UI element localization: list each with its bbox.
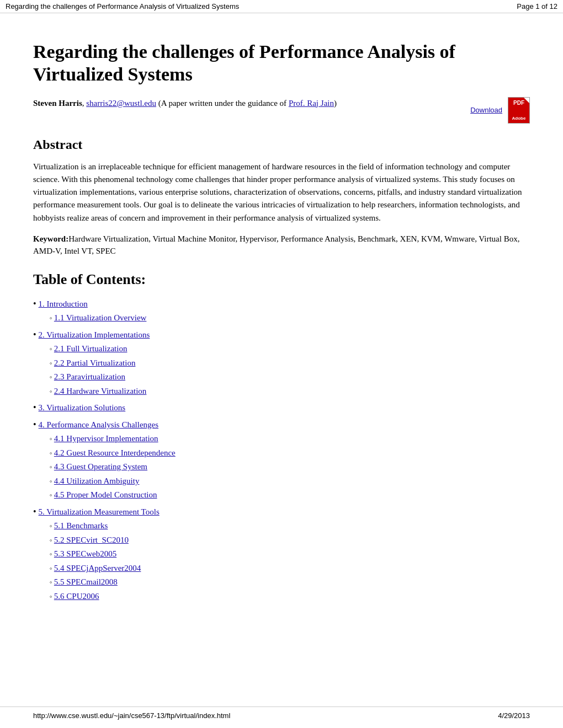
toc-sublink-5-5[interactable]: 5.5 SPECmail2008 <box>54 577 118 586</box>
toc-sublink-2-2[interactable]: 2.2 Partial Virtualization <box>54 358 136 367</box>
keywords: Keyword:Hardware Virtualization, Virtual… <box>33 233 530 258</box>
page-content: Regarding the challenges of Performance … <box>0 13 563 638</box>
browser-bar: Regarding the challenges of Performance … <box>0 0 563 13</box>
toc-link-5[interactable]: 5. Virtualization Measurement Tools <box>39 507 160 516</box>
toc-subitem-2-1: 2.1 Full Virtualization <box>50 342 530 356</box>
pdf-download: Download PDF Adobe <box>470 97 530 124</box>
toc-sublist-5: 5.1 Benchmarks5.2 SPECvirt_SC20105.3 SPE… <box>33 519 530 603</box>
toc-subitem-5-6: 5.6 CPU2006 <box>50 590 530 604</box>
footer-url: http://www.cse.wustl.edu/~jain/cse567-13… <box>33 711 230 720</box>
toc-subitem-2-4: 2.4 Hardware Virtualization <box>50 384 530 399</box>
main-title: Regarding the challenges of Performance … <box>33 41 530 86</box>
toc-sublist-1: 1.1 Virtualization Overview <box>33 311 530 325</box>
toc-subitem-1-1: 1.1 Virtualization Overview <box>50 311 530 325</box>
keywords-text: Hardware Virtualization, Virtual Machine… <box>33 234 519 256</box>
keywords-label: Keyword: <box>33 234 68 243</box>
toc-subitem-2-2: 2.2 Partial Virtualization <box>50 356 530 371</box>
footer-date: 4/29/2013 <box>498 711 530 720</box>
abstract-body: Virtualization is an irreplaceable techn… <box>33 160 530 224</box>
toc-sublink-5-4[interactable]: 5.4 SPECjAppServer2004 <box>54 564 141 572</box>
toc-subitem-4-3: 4.3 Guest Operating System <box>50 460 530 474</box>
author-text: Steven Harris, sharris22@wustl.edu (A pa… <box>33 97 337 110</box>
advisor-note: ) <box>334 99 337 108</box>
footer-bar: http://www.cse.wustl.edu/~jain/cse567-13… <box>0 706 563 720</box>
adobe-label: Adobe <box>512 116 526 121</box>
author-section: Steven Harris, sharris22@wustl.edu (A pa… <box>33 97 530 124</box>
toc-subitem-5-1: 5.1 Benchmarks <box>50 519 530 533</box>
toc-sublink-5-2[interactable]: 5.2 SPECvirt_SC2010 <box>54 536 129 544</box>
toc-subitem-5-2: 5.2 SPECvirt_SC2010 <box>50 533 530 548</box>
author-note: (A paper written under the guidance of <box>158 99 289 108</box>
toc-sublink-5-1[interactable]: 5.1 Benchmarks <box>54 521 108 530</box>
toc-sublink-4-5[interactable]: 4.5 Proper Model Construction <box>54 490 157 499</box>
download-row: Download PDF Adobe <box>470 97 530 124</box>
toc-subitem-5-4: 5.4 SPECjAppServer2004 <box>50 561 530 576</box>
toc-sublink-2-3[interactable]: 2.3 Paravirtualization <box>54 372 125 381</box>
toc-link-3[interactable]: 3. Virtualization Solutions <box>39 403 126 412</box>
toc-subitem-4-1: 4.1 Hypervisor Implementation <box>50 432 530 446</box>
author-name: Steven Harris <box>33 99 82 108</box>
toc-sublink-5-3[interactable]: 5.3 SPECweb2005 <box>54 549 116 558</box>
toc-sublink-4-2[interactable]: 4.2 Guest Resource Interdependence <box>54 448 176 457</box>
toc-sublink-5-6[interactable]: 5.6 CPU2006 <box>54 592 99 601</box>
toc-sublink-4-3[interactable]: 4.3 Guest Operating System <box>54 462 147 471</box>
toc-sublink-2-1[interactable]: 2.1 Full Virtualization <box>54 344 128 353</box>
toc-subitem-4-5: 4.5 Proper Model Construction <box>50 488 530 502</box>
toc-heading: Table of Contents: <box>33 271 530 288</box>
page-info: Page 1 of 12 <box>517 2 557 10</box>
abstract-heading: Abstract <box>33 137 530 152</box>
toc-list: 1. Introduction1.1 Virtualization Overvi… <box>33 296 530 604</box>
toc-sublink-1-1[interactable]: 1.1 Virtualization Overview <box>54 313 147 322</box>
toc-item-3: 3. Virtualization Solutions <box>33 400 530 415</box>
page-tab-title: Regarding the challenges of Performance … <box>6 2 239 10</box>
download-link[interactable]: Download <box>470 106 502 114</box>
toc-sublist-4: 4.1 Hypervisor Implementation4.2 Guest R… <box>33 432 530 502</box>
toc-sublist-2: 2.1 Full Virtualization2.2 Partial Virtu… <box>33 342 530 398</box>
toc-link-4[interactable]: 4. Performance Analysis Challenges <box>39 420 158 429</box>
toc-item-4: 4. Performance Analysis Challenges4.1 Hy… <box>33 417 530 502</box>
toc-subitem-5-3: 5.3 SPECweb2005 <box>50 547 530 561</box>
toc-item-5: 5. Virtualization Measurement Tools5.1 B… <box>33 504 530 604</box>
toc-link-2[interactable]: 2. Virtualization Implementations <box>39 330 150 339</box>
toc-subitem-4-4: 4.4 Utilization Ambiguity <box>50 474 530 489</box>
toc-sublink-2-4[interactable]: 2.4 Hardware Virtualization <box>54 387 147 395</box>
toc-subitem-4-2: 4.2 Guest Resource Interdependence <box>50 446 530 461</box>
toc-item-1: 1. Introduction1.1 Virtualization Overvi… <box>33 296 530 325</box>
toc-link-1[interactable]: 1. Introduction <box>39 299 88 308</box>
toc-subitem-5-5: 5.5 SPECmail2008 <box>50 575 530 590</box>
toc-sublink-4-1[interactable]: 4.1 Hypervisor Implementation <box>54 434 158 443</box>
author-email-link[interactable]: sharris22@wustl.edu <box>86 99 156 108</box>
pdf-label: PDF <box>513 100 524 106</box>
pdf-icon[interactable]: PDF Adobe <box>508 97 530 124</box>
toc-item-2: 2. Virtualization Implementations2.1 Ful… <box>33 327 530 399</box>
toc-sublink-4-4[interactable]: 4.4 Utilization Ambiguity <box>54 477 140 485</box>
toc-subitem-2-3: 2.3 Paravirtualization <box>50 370 530 384</box>
advisor-link[interactable]: Prof. Raj Jain <box>289 99 334 108</box>
